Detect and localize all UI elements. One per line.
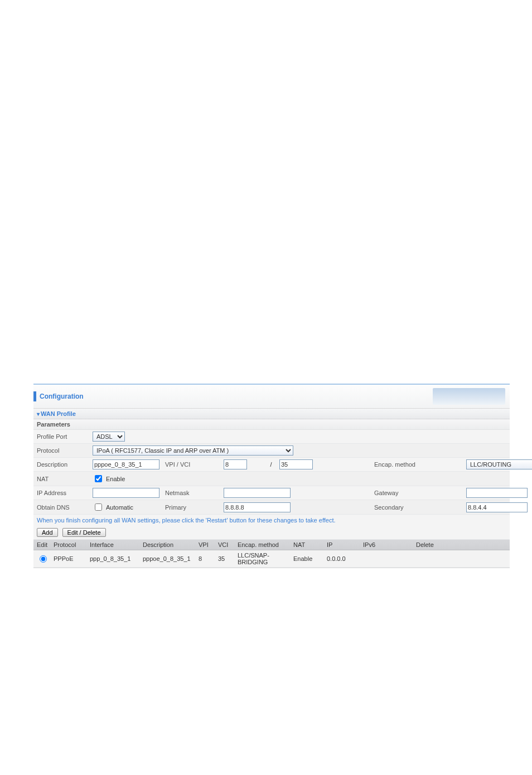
gateway-input[interactable] <box>466 488 528 498</box>
row-profile-port: Profile Port ADSL <box>33 430 510 444</box>
vpi-input[interactable] <box>224 459 247 469</box>
label-profile-port: Profile Port <box>37 433 93 440</box>
row-protocol: Protocol IPoA ( RFC1577, Classic IP and … <box>33 444 510 458</box>
dns-automatic-checkbox[interactable]: Automatic <box>93 502 133 512</box>
label-description: Description <box>37 461 93 468</box>
dns-primary-input[interactable] <box>224 502 291 512</box>
label-netmask: Netmask <box>165 490 224 496</box>
row-description: Description VPI / VCI / Encap. method LL… <box>33 458 510 472</box>
wan-profile-section: WAN Profile Parameters Profile Port ADSL… <box>33 408 510 568</box>
protocol-select[interactable]: IPoA ( RFC1577, Classic IP and ARP over … <box>93 445 293 456</box>
row-select-radio[interactable] <box>40 555 47 563</box>
accent-bar-icon <box>33 391 36 401</box>
config-panel: Configuration WAN Profile Parameters Pro… <box>33 384 510 568</box>
table-header: Edit Protocol Interface Description VPI … <box>33 540 510 550</box>
label-dns: Obtain DNS <box>37 504 93 511</box>
add-button[interactable]: Add <box>37 528 58 537</box>
panel-title: Configuration <box>40 393 84 400</box>
label-vpivci: VPI / VCI <box>165 461 224 468</box>
row-dns: Obtain DNS Automatic Primary Secondary <box>33 500 510 515</box>
netmask-input[interactable] <box>224 488 291 498</box>
label-encap: Encap. method <box>374 461 466 468</box>
table-row: PPPoE ppp_0_8_35_1 pppoe_0_8_35_1 8 35 L… <box>33 550 510 568</box>
restart-note: When you finish configuring all WAN sett… <box>37 517 506 524</box>
vci-input[interactable] <box>279 459 313 469</box>
router-illustration-icon <box>433 388 505 405</box>
label-gateway: Gateway <box>374 490 466 496</box>
description-input[interactable] <box>93 459 159 469</box>
profile-port-select[interactable]: ADSL <box>93 432 125 442</box>
profiles-table: Edit Protocol Interface Description VPI … <box>33 540 510 568</box>
section-title[interactable]: WAN Profile <box>33 409 510 419</box>
label-ip: IP Address <box>37 490 93 496</box>
dns-secondary-input[interactable] <box>466 502 528 512</box>
row-nat: NAT Enable <box>33 472 510 486</box>
ip-input[interactable] <box>93 488 159 498</box>
edit-delete-button[interactable]: Edit / Delete <box>62 528 106 537</box>
parameters-heading: Parameters <box>33 419 510 430</box>
label-primary: Primary <box>165 504 224 511</box>
nat-enable-checkbox[interactable]: Enable <box>93 473 125 484</box>
encap-select[interactable]: LLC/ROUTING <box>466 459 532 469</box>
panel-header: Configuration <box>33 385 510 408</box>
row-actions: When you finish configuring all WAN sett… <box>33 515 510 540</box>
label-secondary: Secondary <box>374 504 466 511</box>
label-protocol: Protocol <box>37 447 93 454</box>
row-ip: IP Address Netmask Gateway <box>33 486 510 500</box>
label-nat: NAT <box>37 476 93 482</box>
